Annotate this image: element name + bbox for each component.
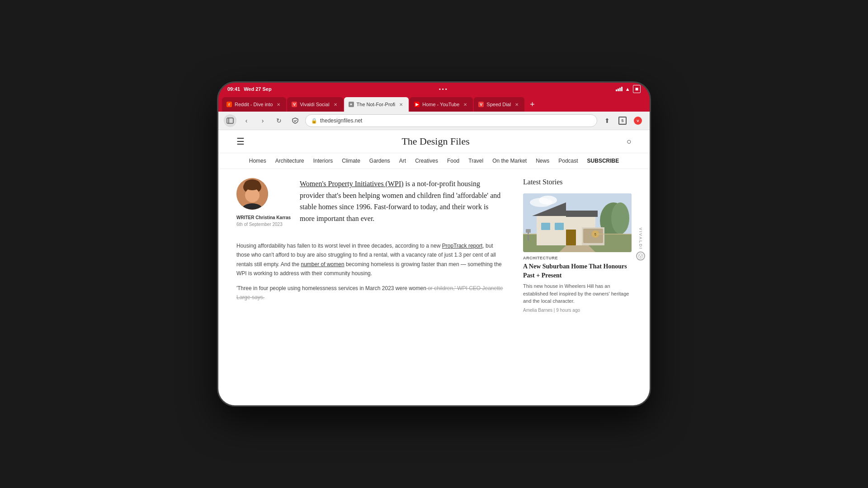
svg-rect-18 (555, 223, 564, 230)
nav-podcast[interactable]: Podcast (558, 158, 578, 164)
hamburger-menu[interactable]: ☰ (236, 136, 245, 147)
story-image: 5 (523, 193, 632, 252)
nav-homes[interactable]: Homes (249, 158, 266, 164)
date: Wed 27 Sep (244, 86, 272, 92)
nav-food[interactable]: Food (447, 158, 459, 164)
tab-speeddial-close[interactable]: ✕ (514, 101, 520, 108)
nav-creatives[interactable]: Creatives (415, 158, 438, 164)
nav-gardens[interactable]: Gardens (369, 158, 390, 164)
writer-label: WRITER (236, 215, 254, 220)
svg-rect-0 (227, 118, 233, 123)
bookmarks-button[interactable]: 5 (616, 114, 629, 127)
tab-vivaldi-label: Vivaldi Social (300, 102, 329, 107)
site-header: ☰ The Design Files ○ (218, 130, 650, 153)
vivaldi-sidebar: VIVALDI (636, 228, 645, 261)
address-bar[interactable]: 🔒 thedesignfiles.net (305, 114, 597, 127)
forward-button[interactable]: › (256, 114, 269, 127)
svg-rect-23 (526, 229, 531, 233)
svg-rect-22 (528, 232, 529, 241)
signal-bar-3 (619, 88, 621, 91)
shield-button[interactable] (289, 114, 302, 127)
tab-designfiles[interactable]: ✦ The Not-For-Profi ✕ (344, 97, 409, 112)
nav-news[interactable]: News (536, 158, 549, 164)
story-card[interactable]: 5 ARCHITECTURE A New (523, 193, 632, 313)
nav-interiors[interactable]: Interiors (313, 158, 333, 164)
page-content: ☰ The Design Files ○ Homes Architecture … (218, 130, 650, 407)
signal-icon (616, 87, 623, 91)
signal-bar-4 (621, 87, 623, 91)
reddit-favicon: r (226, 102, 232, 107)
story-title[interactable]: A New Suburban Home That Honours Past + … (523, 262, 632, 280)
story-category: ARCHITECTURE (523, 256, 632, 260)
tab-vivaldi[interactable]: V Vivaldi Social ✕ (287, 97, 343, 112)
nav-subscribe[interactable]: SUBSCRIBE (587, 158, 619, 164)
story-meta: Amelia Barnes | 9 hours ago (523, 308, 632, 313)
tab-youtube[interactable]: ▶ Home - YouTube ✕ (410, 97, 473, 112)
lock-icon: 🔒 (311, 118, 317, 124)
ipad-frame: 09:41 Wed 27 Sep ••• ▲ ■ r Reddit - Dive… (217, 81, 651, 407)
body1-text: Housing affordability has fallen to its … (236, 243, 442, 249)
search-button[interactable]: ○ (627, 137, 632, 146)
tab-reddit[interactable]: r Reddit - Dive into ✕ (222, 97, 286, 112)
story-time: 9 hours ago (556, 308, 580, 313)
new-tab-button[interactable]: + (527, 97, 538, 112)
latest-stories-title: Latest Stories (523, 178, 632, 186)
dots-icon: ••• (439, 86, 448, 92)
svg-rect-17 (541, 223, 550, 230)
svg-rect-19 (566, 230, 576, 245)
nav-travel[interactable]: Travel (468, 158, 483, 164)
women-link[interactable]: number of women (301, 261, 344, 267)
wifi-icon: ▲ (625, 86, 630, 92)
quote-text: 'Three in four people using homelessness… (236, 285, 503, 300)
story-excerpt: This new house in Wheelers Hill has an e… (523, 282, 632, 305)
panel-toggle-button[interactable] (224, 114, 236, 127)
article-quote: 'Three in four people using homelessness… (236, 284, 505, 302)
reload-button[interactable]: ↻ (273, 114, 285, 127)
tab-bar: r Reddit - Dive into ✕ V Vivaldi Social … (218, 95, 650, 112)
status-bar: 09:41 Wed 27 Sep ••• ▲ ■ (218, 83, 650, 95)
speeddial-favicon: V (478, 102, 484, 107)
article-date: 6th of September 2023 (236, 222, 291, 227)
signal-bar-1 (616, 89, 617, 91)
svg-point-27 (539, 196, 557, 205)
status-bar-right: ▲ ■ (616, 85, 641, 93)
vivaldi-logo (636, 251, 645, 260)
article-body-1: Housing affordability has fallen to its … (236, 241, 505, 278)
share-button[interactable]: ⬆ (601, 114, 613, 127)
time: 09:41 (227, 86, 240, 92)
nav-architecture[interactable]: Architecture (275, 158, 304, 164)
site-nav: Homes Architecture Interiors Climate Gar… (218, 153, 650, 169)
tab-speeddial[interactable]: V Speed Dial ✕ (474, 97, 524, 112)
browser-toolbar: ‹ › ↻ 🔒 thedesignfiles.net ⬆ 5 V (218, 112, 650, 130)
tab-reddit-close[interactable]: ✕ (275, 101, 282, 108)
wpi-link[interactable]: Women's Property Initiatives (WPI) (300, 180, 404, 188)
tab-youtube-label: Home - YouTube (422, 102, 459, 107)
battery-icon: ■ (633, 85, 641, 93)
status-bar-left: 09:41 Wed 27 Sep (227, 86, 272, 92)
vivaldi-favicon: V (292, 102, 297, 107)
tab-designfiles-label: The Not-For-Profi (357, 102, 396, 107)
site-title[interactable]: The Design Files (245, 136, 627, 147)
vivaldi-brand-text: VIVALDI (638, 228, 643, 250)
story-author: Amelia Barnes (523, 308, 552, 313)
nav-climate[interactable]: Climate (342, 158, 360, 164)
writer-name: Christina Karras (255, 215, 291, 220)
designfiles-favicon: ✦ (349, 102, 354, 107)
article-section: WRITER Christina Karras 6th of September… (236, 178, 505, 313)
svg-point-5 (244, 179, 260, 190)
svg-rect-14 (566, 211, 598, 217)
signal-bar-2 (618, 89, 619, 91)
tab-speeddial-label: Speed Dial (486, 102, 511, 107)
nav-onmarket[interactable]: On the Market (492, 158, 527, 164)
vivaldi-menu-button[interactable]: V (632, 114, 644, 127)
article-lead: Women's Property Initiatives (WPI) is a … (300, 178, 505, 224)
back-button[interactable]: ‹ (240, 114, 253, 127)
tab-vivaldi-close[interactable]: ✕ (332, 101, 339, 108)
proptrack-link[interactable]: PropTrack report (442, 243, 483, 249)
tab-reddit-label: Reddit - Dive into (235, 102, 273, 107)
writer-info: WRITER Christina Karras (236, 215, 291, 220)
tab-designfiles-close[interactable]: ✕ (398, 101, 404, 108)
tab-youtube-close[interactable]: ✕ (462, 101, 468, 108)
svg-point-9 (611, 202, 629, 234)
nav-art[interactable]: Art (399, 158, 406, 164)
